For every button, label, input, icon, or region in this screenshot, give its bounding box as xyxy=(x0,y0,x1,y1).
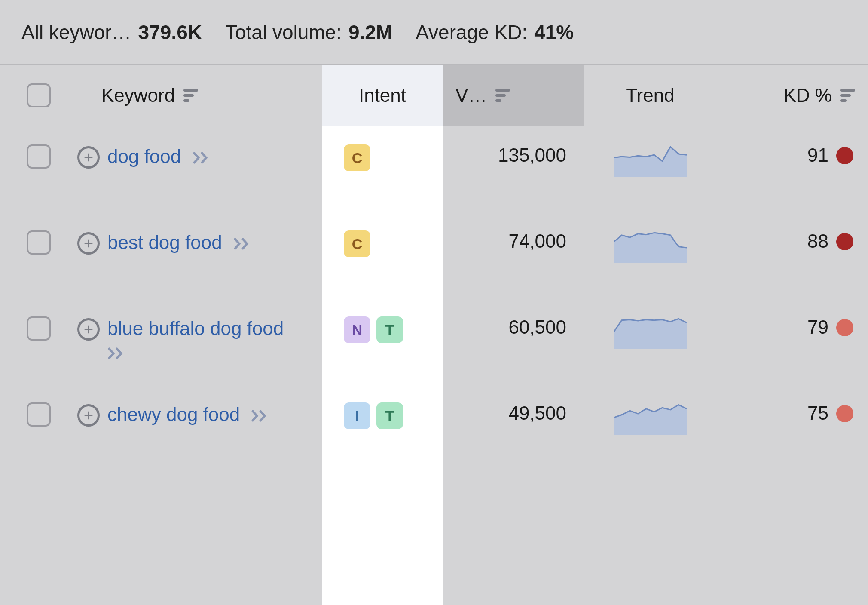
intent-badge-c[interactable]: C xyxy=(344,144,370,171)
summary-bar: All keywor… 379.6K Total volume: 9.2M Av… xyxy=(0,0,868,64)
column-trend[interactable]: Trend xyxy=(584,65,717,126)
add-keyword-button[interactable] xyxy=(77,404,100,427)
keyword-link[interactable]: best dog food xyxy=(107,232,222,253)
metric-avg-kd: Average KD: 41% xyxy=(416,21,574,44)
row-checkbox[interactable] xyxy=(27,230,51,255)
metric-label: Average KD: xyxy=(416,21,527,44)
kd-difficulty-dot xyxy=(836,405,853,422)
kd-value: 91 xyxy=(807,144,828,166)
kd-difficulty-dot xyxy=(836,319,853,336)
row-checkbox[interactable] xyxy=(27,402,51,427)
chevrons-right-icon xyxy=(193,151,210,164)
keyword-table: Keyword Intent V… Trend KD % xyxy=(0,64,868,470)
expand-keyword-button[interactable] xyxy=(251,404,268,425)
keyword-link[interactable]: blue buffalo dog food xyxy=(107,318,284,339)
keyword-link[interactable]: dog food xyxy=(107,146,181,167)
plus-icon xyxy=(83,409,95,421)
trend-sparkline xyxy=(614,144,687,177)
volume-value: 60,500 xyxy=(508,316,566,338)
table-row: dog food C 135,000 xyxy=(0,126,868,212)
add-keyword-button[interactable] xyxy=(77,318,100,341)
sort-icon xyxy=(495,89,510,102)
column-label: Trend xyxy=(626,85,674,106)
metric-value: 41% xyxy=(534,21,574,44)
row-checkbox[interactable] xyxy=(27,316,51,341)
column-kd[interactable]: KD % xyxy=(717,65,868,126)
column-keyword[interactable]: Keyword xyxy=(77,65,322,126)
column-label: Intent xyxy=(359,85,406,106)
table-row: blue buffalo dog food NT 60,500 xyxy=(0,298,868,384)
metric-value: 379.6K xyxy=(138,21,202,44)
select-all-checkbox[interactable] xyxy=(27,83,51,107)
intent-badge-t[interactable]: T xyxy=(376,316,403,343)
row-checkbox[interactable] xyxy=(27,144,51,169)
keyword-link[interactable]: chewy dog food xyxy=(107,404,240,425)
expand-keyword-button[interactable] xyxy=(107,341,125,362)
kd-value: 88 xyxy=(807,230,828,252)
metric-total-volume: Total volume: 9.2M xyxy=(225,21,392,44)
volume-value: 135,000 xyxy=(498,144,566,166)
sort-icon xyxy=(183,89,198,102)
trend-sparkline xyxy=(614,316,687,349)
kd-value: 79 xyxy=(807,316,828,338)
table-row: best dog food C 74,000 xyxy=(0,212,868,298)
metric-value: 9.2M xyxy=(348,21,392,44)
kd-difficulty-dot xyxy=(836,147,853,164)
expand-keyword-button[interactable] xyxy=(193,146,210,167)
expand-keyword-button[interactable] xyxy=(233,232,251,253)
volume-value: 49,500 xyxy=(508,402,566,424)
volume-value: 74,000 xyxy=(508,230,566,252)
column-label: KD % xyxy=(784,85,832,106)
intent-badge-i[interactable]: I xyxy=(344,402,370,429)
column-volume[interactable]: V… xyxy=(443,65,584,126)
chevrons-right-icon xyxy=(251,409,268,422)
plus-icon xyxy=(83,323,95,335)
intent-badge-t[interactable]: T xyxy=(376,402,403,429)
column-label: Keyword xyxy=(101,85,175,106)
chevrons-right-icon xyxy=(107,347,125,360)
kd-value: 75 xyxy=(807,402,828,424)
metric-label: Total volume: xyxy=(225,21,342,44)
intent-badge-c[interactable]: C xyxy=(344,230,370,257)
column-checkbox xyxy=(0,65,77,126)
sort-icon xyxy=(840,89,855,102)
metric-all-keywords: All keywor… 379.6K xyxy=(21,21,202,44)
column-label: V… xyxy=(455,85,487,106)
add-keyword-button[interactable] xyxy=(77,232,100,255)
intent-badge-n[interactable]: N xyxy=(344,316,370,343)
trend-sparkline xyxy=(614,230,687,263)
table-row: chewy dog food IT 49,500 xyxy=(0,384,868,470)
table-header-row: Keyword Intent V… Trend KD % xyxy=(0,65,868,126)
column-intent[interactable]: Intent xyxy=(322,65,443,126)
metric-label: All keywor… xyxy=(21,21,131,44)
chevrons-right-icon xyxy=(233,237,251,250)
kd-difficulty-dot xyxy=(836,233,853,250)
add-keyword-button[interactable] xyxy=(77,146,100,169)
plus-icon xyxy=(83,237,95,249)
plus-icon xyxy=(83,151,95,163)
trend-sparkline xyxy=(614,402,687,435)
